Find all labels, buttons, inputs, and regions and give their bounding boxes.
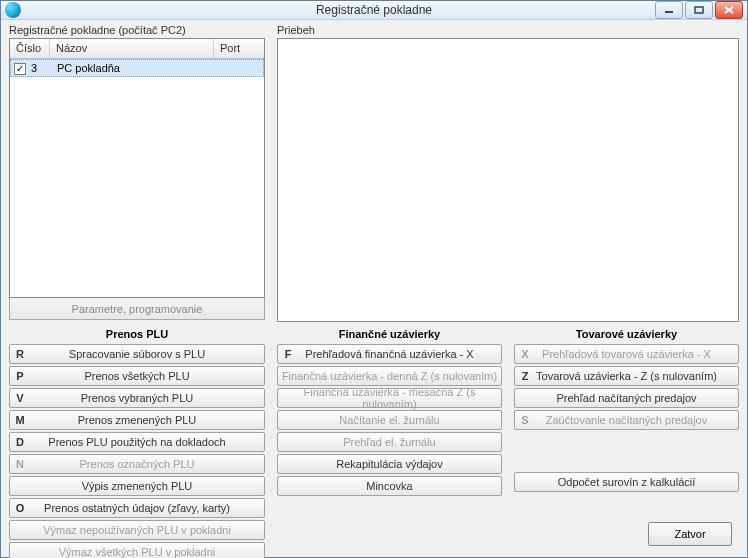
minimize-icon bbox=[664, 6, 674, 14]
button-label: Načítanie el. žurnálu bbox=[278, 414, 501, 426]
button-label: Prenos ostatných údajov (zľavy, karty) bbox=[30, 502, 264, 514]
button-key: O bbox=[10, 502, 30, 514]
button-label: Prenos PLU použitých na dokladoch bbox=[30, 436, 264, 448]
svg-rect-1 bbox=[695, 7, 703, 13]
tovarove-button-0: XPrehľadová tovarová uzávierka - X bbox=[514, 344, 739, 364]
row-cislo: 3 bbox=[29, 62, 51, 74]
button-label: Prenos zmenených PLU bbox=[30, 414, 264, 426]
maximize-button[interactable] bbox=[685, 1, 713, 19]
button-label: Prehľad el. žurnálu bbox=[278, 436, 501, 448]
prenos-button-9: Výmaz všetkých PLU v pokladni bbox=[9, 542, 265, 558]
button-label: Mincovka bbox=[278, 480, 501, 492]
left-panel-label: Registračné pokladne (počítač PC2) bbox=[9, 24, 265, 36]
prenos-button-0[interactable]: RSpracovanie súborov s PLU bbox=[9, 344, 265, 364]
col-nazov[interactable]: Názov bbox=[50, 39, 214, 58]
button-key: X bbox=[515, 348, 535, 360]
button-label: Výpis zmenených PLU bbox=[10, 480, 264, 492]
table-row[interactable]: ✓3PC pokladňa bbox=[10, 59, 264, 77]
window-title: Registračné pokladne bbox=[1, 3, 747, 17]
button-key: D bbox=[10, 436, 30, 448]
button-label: Prehľadová tovarová uzávierka - X bbox=[535, 348, 738, 360]
button-key: Z bbox=[515, 370, 535, 382]
button-key: V bbox=[10, 392, 30, 404]
financne-button-5[interactable]: Rekapitulácia výdajov bbox=[277, 454, 502, 474]
button-key: S bbox=[515, 414, 535, 426]
button-label: Finančná uzávierka - denná Z (s nulovaní… bbox=[278, 370, 501, 382]
prenos-title: Prenos PLU bbox=[9, 328, 265, 340]
maximize-icon bbox=[694, 6, 704, 14]
prenos-button-8: Výmaz nepoužívaných PLU v pokladni bbox=[9, 520, 265, 540]
odpocet-surovin-button[interactable]: Odpočet surovín z kalkulácií bbox=[514, 472, 739, 492]
close-button[interactable]: Zatvor bbox=[648, 522, 732, 546]
button-label: Finančná uzávierka - mesačná Z (s nulova… bbox=[278, 386, 501, 410]
button-label: Zaúčtovanie načítaných predajov bbox=[535, 414, 738, 426]
button-label: Prenos všetkých PLU bbox=[30, 370, 264, 382]
button-label: Prenos vybraných PLU bbox=[30, 392, 264, 404]
progress-box bbox=[277, 38, 739, 322]
button-label: Prehľadová finančná uzávierka - X bbox=[298, 348, 501, 360]
prenos-button-3[interactable]: MPrenos zmenených PLU bbox=[9, 410, 265, 430]
titlebar[interactable]: Registračné pokladne bbox=[1, 1, 747, 20]
prenos-button-1[interactable]: PPrenos všetkých PLU bbox=[9, 366, 265, 386]
tovarove-button-3: SZaúčtovanie načítaných predajov bbox=[514, 410, 739, 430]
financne-button-6[interactable]: Mincovka bbox=[277, 476, 502, 496]
button-label: Odpočet surovín z kalkulácií bbox=[515, 476, 738, 488]
button-key: N bbox=[10, 458, 30, 470]
financne-button-4: Prehľad el. žurnálu bbox=[277, 432, 502, 452]
prenos-button-4[interactable]: DPrenos PLU použitých na dokladoch bbox=[9, 432, 265, 452]
financne-button-2: Finančná uzávierka - mesačná Z (s nulova… bbox=[277, 388, 502, 408]
minimize-button[interactable] bbox=[655, 1, 683, 19]
financne-button-1: Finančná uzávierka - denná Z (s nulovaní… bbox=[277, 366, 502, 386]
col-port[interactable]: Port bbox=[214, 39, 264, 58]
button-label: Rekapitulácia výdajov bbox=[278, 458, 501, 470]
prenos-button-7[interactable]: OPrenos ostatných údajov (zľavy, karty) bbox=[9, 498, 265, 518]
list-header: Číslo Názov Port bbox=[10, 39, 264, 59]
button-label: Výmaz nepoužívaných PLU v pokladni bbox=[10, 524, 264, 536]
close-window-button[interactable] bbox=[715, 1, 743, 19]
button-key: M bbox=[10, 414, 30, 426]
params-button[interactable]: Parametre, programovanie bbox=[9, 298, 265, 320]
button-label: Tovarová uzávierka - Z (s nulovaním) bbox=[535, 370, 738, 382]
col-cislo[interactable]: Číslo bbox=[10, 39, 50, 58]
button-key: R bbox=[10, 348, 30, 360]
prenos-button-5: NPrenos označných PLU bbox=[9, 454, 265, 474]
button-key: P bbox=[10, 370, 30, 382]
tovarove-button-2[interactable]: Prehľad načítaných predajov bbox=[514, 388, 739, 408]
row-nazov: PC pokladňa bbox=[51, 62, 213, 74]
button-label: Prenos označných PLU bbox=[30, 458, 264, 470]
app-window: Registračné pokladne Registračné pokladn… bbox=[0, 0, 748, 558]
button-label: Prehľad načítaných predajov bbox=[515, 392, 738, 404]
button-key: F bbox=[278, 348, 298, 360]
button-label: Spracovanie súborov s PLU bbox=[30, 348, 264, 360]
prenos-button-2[interactable]: VPrenos vybraných PLU bbox=[9, 388, 265, 408]
app-icon bbox=[5, 2, 21, 18]
tovarove-title: Tovarové uzávierky bbox=[514, 328, 739, 340]
right-panel-label: Priebeh bbox=[277, 24, 739, 36]
financne-button-0[interactable]: FPrehľadová finančná uzávierka - X bbox=[277, 344, 502, 364]
button-label: Výmaz všetkých PLU v pokladni bbox=[10, 546, 264, 558]
register-list[interactable]: Číslo Názov Port ✓3PC pokladňa bbox=[9, 38, 265, 298]
prenos-button-6[interactable]: Výpis zmenených PLU bbox=[9, 476, 265, 496]
close-icon bbox=[724, 6, 734, 14]
tovarove-button-1[interactable]: ZTovarová uzávierka - Z (s nulovaním) bbox=[514, 366, 739, 386]
row-checkbox[interactable]: ✓ bbox=[11, 62, 29, 75]
financne-title: Finančné uzávierky bbox=[277, 328, 502, 340]
financne-button-3: Načítanie el. žurnálu bbox=[277, 410, 502, 430]
